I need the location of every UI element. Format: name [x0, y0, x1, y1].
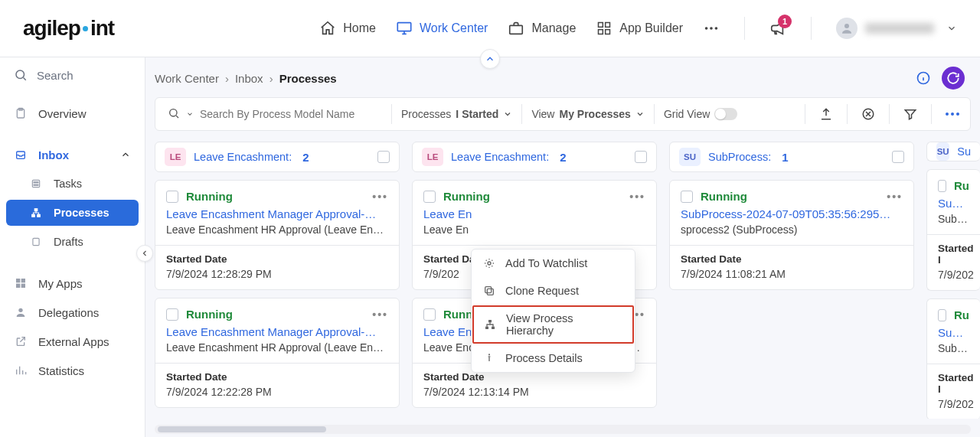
sitemap-icon: [29, 206, 43, 220]
filter-processes[interactable]: Processes I Started: [401, 108, 512, 120]
sidebar-tasks-label: Tasks: [54, 178, 82, 190]
more-options-button[interactable]: [941, 103, 964, 126]
svg-rect-1: [510, 25, 523, 34]
sidebar-item-delegations[interactable]: Delegations: [6, 299, 139, 325]
menu-clone-request[interactable]: Clone Request: [472, 277, 635, 305]
svg-rect-30: [487, 289, 493, 295]
sidebar-item-processes[interactable]: Processes: [6, 200, 139, 226]
process-subtitle: SubPro: [938, 213, 969, 225]
main: Work Center › Inbox › Processes: [145, 57, 980, 437]
column-title[interactable]: SubProcess:: [708, 151, 771, 163]
column-pill: LE: [165, 148, 186, 166]
status-badge: Running: [186, 190, 233, 203]
sidebar-item-inbox[interactable]: Inbox: [6, 142, 139, 168]
context-menu: Add To Watchlist Clone Request View Proc…: [471, 249, 635, 373]
svg-rect-36: [488, 356, 491, 357]
column-subprocess: SU SubProcess: 1 Running ••• SubProcess-…: [669, 142, 914, 419]
card-checkbox[interactable]: [938, 309, 946, 321]
horizontal-scrollbar[interactable]: [155, 425, 971, 434]
breadcrumb-current: Processes: [279, 72, 337, 85]
status-badge: Running: [443, 190, 490, 203]
breadcrumb-work-center[interactable]: Work Center: [155, 72, 219, 85]
card-checkbox[interactable]: [938, 180, 946, 192]
process-link[interactable]: SubPro: [938, 326, 969, 339]
menu-view-hierarchy[interactable]: View Process Hierarchy: [472, 305, 634, 344]
user-menu[interactable]: [836, 18, 957, 39]
chevron-down-icon: [186, 110, 194, 118]
filter-view[interactable]: View My Processes: [531, 108, 645, 120]
info-icon[interactable]: [916, 70, 931, 86]
process-link[interactable]: Leave Encashment Manager Approval-…: [166, 325, 388, 338]
inbox-icon: [14, 148, 28, 161]
sidebar-item-my-apps[interactable]: My Apps: [6, 270, 139, 296]
column-header: LE Leave Encashment: 2: [412, 142, 657, 172]
sidebar-item-external-apps[interactable]: External Apps: [6, 328, 139, 354]
sidebar-search[interactable]: Search: [0, 57, 145, 93]
export-button[interactable]: [815, 103, 838, 126]
column-title[interactable]: Leave Encashment:: [194, 151, 292, 163]
nav-work-center-label: Work Center: [420, 21, 488, 35]
process-link[interactable]: Leave Encashment Manager Approval-…: [166, 207, 388, 220]
svg-rect-3: [606, 23, 610, 28]
started-date-label: Started Date: [681, 253, 903, 265]
card-menu-button[interactable]: •••: [372, 191, 388, 203]
tasks-icon: [29, 177, 43, 191]
menu-process-details[interactable]: Process Details: [472, 344, 635, 372]
svg-rect-35: [488, 357, 489, 361]
clear-button[interactable]: [857, 103, 880, 126]
svg-point-27: [170, 109, 177, 116]
svg-point-25: [18, 308, 22, 312]
started-date-value: 7/9/202: [938, 398, 969, 410]
card-checkbox[interactable]: [166, 308, 178, 321]
card-checkbox[interactable]: [423, 191, 436, 203]
scrollbar-thumb[interactable]: [158, 426, 326, 432]
nav-home[interactable]: Home: [319, 20, 376, 37]
nav-app-builder[interactable]: App Builder: [596, 20, 683, 37]
card-menu-button[interactable]: •••: [887, 191, 903, 203]
toggle-switch[interactable]: [714, 108, 737, 120]
info-icon: [482, 351, 496, 365]
column-select-checkbox[interactable]: [377, 151, 390, 163]
apps-icon: [14, 276, 28, 290]
sidebar-item-tasks[interactable]: Tasks: [6, 171, 139, 197]
svg-point-8: [715, 27, 718, 30]
column-select-checkbox[interactable]: [892, 151, 904, 163]
chevron-down-icon: [503, 109, 512, 119]
menu-label: Clone Request: [505, 285, 579, 297]
menu-add-watchlist[interactable]: Add To Watchlist: [472, 249, 635, 277]
nav-manage[interactable]: Manage: [508, 20, 576, 37]
column-title[interactable]: Leave Encashment:: [451, 151, 549, 163]
card-menu-button[interactable]: •••: [629, 191, 645, 203]
monitor-icon: [396, 20, 413, 37]
nav-work-center[interactable]: Work Center: [396, 20, 488, 37]
svg-rect-0: [397, 23, 410, 31]
sidebar-item-overview[interactable]: Overview: [6, 100, 139, 126]
process-subtitle: Leave Encashment HR Approval (Leave Enc…: [166, 223, 388, 236]
process-link[interactable]: SubProcess-2024-07-09T05:35:56:295…: [681, 207, 903, 220]
process-link[interactable]: Leave En: [423, 207, 645, 220]
notifications-button[interactable]: 1: [769, 20, 786, 37]
sidebar-item-drafts[interactable]: Drafts: [6, 229, 139, 255]
svg-rect-17: [34, 209, 38, 211]
process-link[interactable]: SubPro: [938, 197, 969, 210]
card-checkbox[interactable]: [166, 191, 178, 203]
card-checkbox[interactable]: [681, 191, 693, 203]
column-select-checkbox[interactable]: [635, 151, 647, 163]
search-input[interactable]: [198, 107, 382, 121]
card-checkbox[interactable]: [423, 308, 436, 321]
refresh-button[interactable]: [942, 67, 965, 90]
filter-button[interactable]: [899, 103, 922, 126]
nav-more[interactable]: [703, 20, 720, 37]
column-leave-encashment-1: LE Leave Encashment: 2 Running ••• Leave…: [155, 142, 400, 419]
card-menu-button[interactable]: •••: [372, 308, 388, 321]
collapse-header-button[interactable]: [480, 49, 500, 69]
sidebar-item-statistics[interactable]: Statistics: [6, 357, 139, 383]
grid-view-toggle[interactable]: Grid View: [664, 108, 737, 120]
collapse-sidebar-button[interactable]: [136, 245, 153, 262]
breadcrumb-inbox[interactable]: Inbox: [235, 72, 263, 85]
process-subtitle: Leave Encashment HR Approval (Leave Enc…: [166, 341, 388, 354]
grid-view-label: Grid View: [664, 108, 710, 120]
top-nav: Home Work Center Manage App Builder: [319, 17, 957, 40]
toolbar-search[interactable]: [162, 107, 382, 121]
column-title[interactable]: Su: [957, 145, 971, 158]
